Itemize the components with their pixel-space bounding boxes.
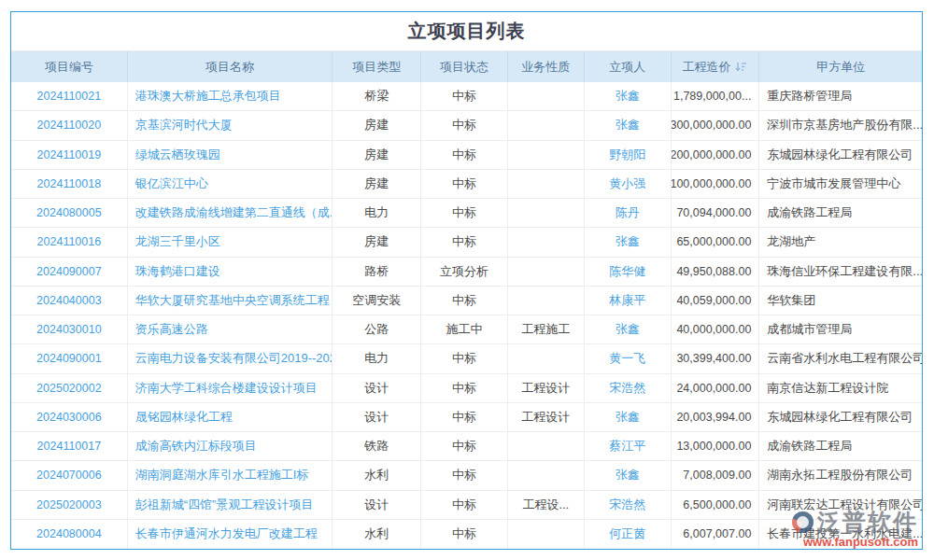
cell-business-nature — [508, 287, 585, 315]
cell-project-number[interactable]: 2024090001 — [11, 344, 128, 372]
column-header-creator: 立项人 — [585, 51, 672, 82]
column-header-name: 项目名称 — [128, 51, 333, 82]
cell-project-number[interactable]: 2024090007 — [11, 258, 128, 286]
cell-project-number[interactable]: 2024080004 — [11, 520, 128, 549]
cell-creator[interactable]: 宋浩然 — [585, 374, 672, 402]
column-header-number: 项目编号 — [11, 51, 128, 82]
cell-creator[interactable]: 张鑫 — [585, 461, 672, 489]
cell-project-status: 施工中 — [421, 315, 508, 343]
table-row: 2024110018 银亿滨江中心 房建 中标 黄小强 100,000,000.… — [11, 170, 922, 199]
cell-creator[interactable]: 张鑫 — [585, 228, 672, 256]
cell-project-number[interactable]: 2024110018 — [11, 170, 128, 198]
title-bar: 立项项目列表 — [11, 12, 922, 51]
cell-project-type: 设计 — [333, 491, 421, 519]
cell-project-number[interactable]: 2024110017 — [11, 432, 128, 460]
cell-business-nature — [508, 258, 585, 286]
cell-project-name[interactable]: 龙湖三千里小区 — [128, 228, 333, 256]
cell-cost: 1,789,000,00... — [672, 82, 760, 110]
cell-project-type: 电力 — [333, 344, 421, 372]
cell-cost: 30,399,400.00 — [672, 344, 760, 372]
cell-cost: 6,500,000.00 — [672, 491, 760, 519]
cell-cost: 6,007,007.00 — [672, 520, 760, 549]
cell-business-nature — [508, 432, 585, 460]
cell-project-name[interactable]: 京基滨河时代大厦 — [128, 111, 333, 139]
cell-project-type: 水利 — [333, 461, 421, 489]
cell-project-name[interactable]: 湖南洞庭湖水库引水工程施工I标 — [128, 461, 333, 489]
cell-creator[interactable]: 张鑫 — [585, 82, 672, 110]
cell-project-name[interactable]: 长春市伊通河水力发电厂改建工程 — [128, 520, 333, 549]
cell-project-status: 中标 — [421, 111, 508, 139]
cell-client: 河南联宏达工程设计有限公司 — [759, 491, 922, 519]
cell-project-name[interactable]: 彭祖新城“四馆”景观工程设计项目 — [128, 491, 333, 519]
cell-creator[interactable]: 张鑫 — [585, 111, 672, 139]
page-title: 立项项目列表 — [408, 19, 526, 44]
cell-business-nature — [508, 141, 585, 169]
cell-cost: 100,000,000.00 — [672, 170, 760, 198]
cell-cost: 200,000,000.00 — [672, 141, 760, 169]
cell-creator[interactable]: 张鑫 — [585, 403, 672, 431]
table-row: 2025020003 彭祖新城“四馆”景观工程设计项目 设计 中标 工程设...… — [11, 491, 922, 520]
cell-creator[interactable]: 黄小强 — [585, 170, 672, 198]
cell-project-name[interactable]: 济南大学工科综合楼建设设计项目 — [128, 374, 333, 402]
cell-creator[interactable]: 林康平 — [585, 287, 672, 315]
table-row: 2024030010 资乐高速公路 公路 施工中 工程施工 张鑫 40,000,… — [11, 315, 922, 344]
cell-project-type: 电力 — [333, 199, 421, 227]
cell-project-number[interactable]: 2024030010 — [11, 315, 128, 343]
cell-project-type: 设计 — [333, 374, 421, 402]
cell-project-name[interactable]: 港珠澳大桥施工总承包项目 — [128, 82, 333, 110]
cell-project-name[interactable]: 华软大厦研究基地中央空调系统工程 — [128, 287, 333, 315]
column-header-cost-label: 工程造价 — [682, 59, 730, 76]
cell-project-type: 公路 — [333, 315, 421, 343]
cell-cost: 65,000,000.00 — [672, 228, 760, 256]
cell-project-number[interactable]: 2024040003 — [11, 287, 128, 315]
cell-creator[interactable]: 陈华健 — [585, 258, 672, 286]
cell-client: 宁波市城市发展管理中心 — [759, 170, 922, 198]
table-header-row: 项目编号 项目名称 项目类型 项目状态 业务性质 立项人 工程造价 甲方单位 — [11, 51, 922, 82]
cell-project-number[interactable]: 2024080005 — [11, 199, 128, 227]
cell-project-status: 中标 — [421, 491, 508, 519]
table-body: 2024110021 港珠澳大桥施工总承包项目 桥梁 中标 张鑫 1,789,0… — [11, 82, 922, 549]
cell-project-name[interactable]: 资乐高速公路 — [128, 315, 333, 343]
cell-project-status: 中标 — [421, 287, 508, 315]
cell-creator[interactable]: 黄一飞 — [585, 344, 672, 372]
cell-project-status: 中标 — [421, 432, 508, 460]
cell-creator[interactable]: 野朝阳 — [585, 141, 672, 169]
cell-project-type: 房建 — [333, 141, 421, 169]
cell-project-name[interactable]: 绿城云栖玫瑰园 — [128, 141, 333, 169]
column-header-cost: 工程造价 — [672, 51, 760, 82]
cell-creator[interactable]: 何正茵 — [585, 520, 672, 549]
table-row: 2024110019 绿城云栖玫瑰园 房建 中标 野朝阳 200,000,000… — [11, 141, 922, 170]
cell-business-nature — [508, 170, 585, 198]
cell-project-status: 中标 — [421, 461, 508, 489]
cell-project-number[interactable]: 2024070006 — [11, 461, 128, 489]
cell-project-name[interactable]: 珠海鹤港口建设 — [128, 258, 333, 286]
cell-project-number[interactable]: 2024110021 — [11, 82, 128, 110]
cell-project-name[interactable]: 晟铭园林绿化工程 — [128, 403, 333, 431]
cell-cost: 7,008,009.00 — [672, 461, 760, 489]
cell-project-number[interactable]: 2025020002 — [11, 374, 128, 402]
table-row: 2024080005 改建铁路成渝线增建第二直通线（成... 电力 中标 陈丹 … — [11, 199, 922, 228]
cell-project-number[interactable]: 2024110016 — [11, 228, 128, 256]
cell-project-number[interactable]: 2024110019 — [11, 141, 128, 169]
cell-project-number[interactable]: 2024030006 — [11, 403, 128, 431]
cell-project-type: 房建 — [333, 111, 421, 139]
cell-creator[interactable]: 陈丹 — [585, 199, 672, 227]
cell-project-name[interactable]: 成渝高铁内江标段项目 — [128, 432, 333, 460]
cell-cost: 300,000,000.00 — [672, 111, 760, 139]
cell-business-nature: 工程设计 — [508, 374, 585, 402]
cell-cost: 24,000,000.00 — [672, 374, 760, 402]
table-row: 2024040003 华软大厦研究基地中央空调系统工程 空调安装 中标 林康平 … — [11, 287, 922, 315]
cell-business-nature — [508, 82, 585, 110]
cell-creator[interactable]: 宋浩然 — [585, 491, 672, 519]
cell-business-nature: 工程设计 — [508, 403, 585, 431]
cell-project-name[interactable]: 云南电力设备安装有限公司2019--202... — [128, 344, 333, 372]
cell-creator[interactable]: 蔡江平 — [585, 432, 672, 460]
table-row: 2024110017 成渝高铁内江标段项目 铁路 中标 蔡江平 13,000,0… — [11, 432, 922, 461]
cell-project-name[interactable]: 银亿滨江中心 — [128, 170, 333, 198]
cell-creator[interactable]: 张鑫 — [585, 315, 672, 343]
cell-project-number[interactable]: 2025020003 — [11, 491, 128, 519]
cell-project-number[interactable]: 2024110020 — [11, 111, 128, 139]
cell-project-name[interactable]: 改建铁路成渝线增建第二直通线（成... — [128, 199, 333, 227]
sort-amount-icon[interactable] — [735, 61, 747, 73]
cell-project-status: 中标 — [421, 170, 508, 198]
